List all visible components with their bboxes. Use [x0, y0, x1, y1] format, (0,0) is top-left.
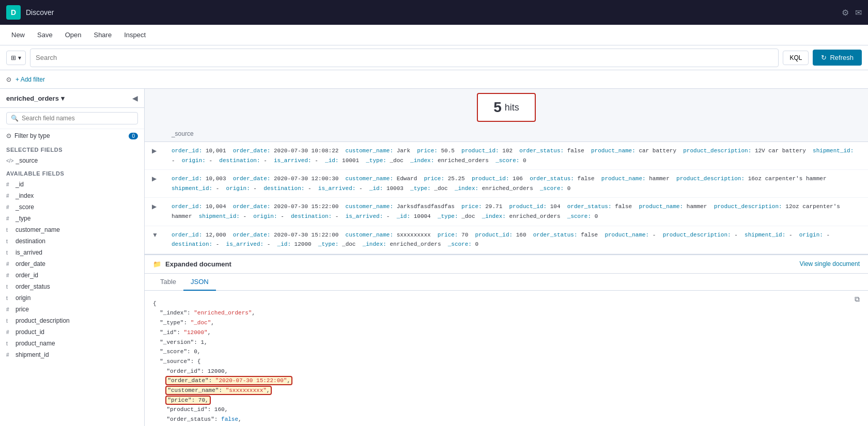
filter-type-badge: 0	[129, 133, 138, 139]
tab-table[interactable]: Table	[153, 274, 183, 291]
sidebar-header: enriched_orders ▾ ◀	[0, 89, 144, 108]
field-type-icon: t	[6, 227, 12, 233]
field-name: order_id	[16, 272, 38, 279]
field-type-icon: #	[6, 273, 12, 278]
copy-json-button[interactable]: ⧉	[855, 295, 860, 304]
field-name: price	[16, 306, 29, 313]
row-expand-button[interactable]: ▶	[151, 174, 158, 183]
search-input-wrap	[30, 49, 779, 67]
app-title: Discover	[26, 8, 54, 17]
field-name: order_date	[16, 260, 45, 267]
mail-icon[interactable]: ✉	[855, 8, 862, 18]
row-expand-button[interactable]: ▼	[151, 230, 159, 240]
nav-save[interactable]: Save	[32, 28, 58, 42]
field-name: customer_name	[16, 226, 60, 233]
main-layout: enriched_orders ▾ ◀ 🔍 ⊙ Filter by type 0…	[0, 89, 868, 426]
index-name[interactable]: enriched_orders ▾	[6, 94, 65, 102]
source-field-item[interactable]: </> _source	[0, 155, 144, 166]
field-type-icon: #	[6, 329, 12, 335]
field-item-order-status[interactable]: t order_status	[0, 281, 144, 292]
field-item-destination[interactable]: t destination	[0, 235, 144, 247]
refresh-icon: ↻	[821, 54, 827, 61]
table-row: ▶ order_id: 10,004 order_date: 2020-07-3…	[145, 198, 868, 226]
field-type-icon: #	[6, 352, 12, 358]
field-name: is_arrived	[16, 249, 42, 256]
field-name: order_status	[16, 283, 50, 290]
field-name: _score	[16, 203, 34, 211]
filter-icon: ⊙	[6, 76, 11, 83]
nav-new[interactable]: New	[6, 28, 30, 42]
nav-open[interactable]: Open	[60, 28, 87, 42]
field-item-order-id[interactable]: # order_id	[0, 270, 144, 281]
row-expand-button[interactable]: ▶	[151, 202, 158, 211]
results-area: _source ▶ order_id: 10,001 order_date: 2…	[145, 126, 868, 426]
field-item-product-id[interactable]: # product_id	[0, 326, 144, 338]
filter-by-type-row[interactable]: ⊙ Filter by type 0	[0, 129, 144, 143]
chevron-down-icon: ▾	[61, 94, 65, 102]
refresh-button[interactable]: ↻ Refresh	[813, 50, 862, 66]
field-item-order-date[interactable]: # order_date	[0, 258, 144, 270]
field-item-product-name[interactable]: t product_name	[0, 338, 144, 349]
hits-label: hits	[505, 102, 519, 113]
code-icon: </>	[6, 158, 13, 164]
field-name: origin	[16, 294, 30, 302]
field-item-customer-name[interactable]: t customer_name	[0, 224, 144, 235]
field-type-icon: t	[6, 250, 12, 256]
doc-tabs: Table JSON	[145, 274, 868, 291]
search-fields-wrap: 🔍	[0, 108, 144, 129]
field-type-icon: #	[6, 193, 12, 199]
field-name: _id	[16, 181, 24, 188]
nav-share[interactable]: Share	[88, 28, 117, 42]
field-item-product-desc[interactable]: t product_description	[0, 315, 144, 326]
collapse-sidebar-button[interactable]: ◀	[132, 94, 138, 102]
table-row: ▶ order_id: 10,001 order_date: 2020-07-3…	[145, 142, 868, 170]
field-item-index[interactable]: # _index	[0, 190, 144, 201]
field-type-icon: #	[6, 216, 12, 222]
hits-box: 5 hits	[477, 93, 536, 122]
table-row: ▼ order_id: 12,000 order_date: 2020-07-3…	[145, 226, 868, 254]
field-type-icon: #	[6, 204, 12, 210]
field-type-icon: t	[6, 239, 12, 244]
field-item-score[interactable]: # _score	[0, 201, 144, 213]
sidebar: enriched_orders ▾ ◀ 🔍 ⊙ Filter by type 0…	[0, 89, 145, 426]
source-field-name: _source	[16, 157, 38, 164]
filter-by-type-label: ⊙ Filter by type	[6, 132, 50, 139]
search-input[interactable]	[36, 54, 773, 61]
kql-button[interactable]: KQL	[783, 51, 809, 65]
search-icon: 🔍	[11, 115, 19, 122]
tab-json[interactable]: JSON	[183, 274, 216, 291]
nav-inspect[interactable]: Inspect	[119, 28, 151, 42]
hits-count: 5	[493, 99, 502, 116]
row-expand-button[interactable]: ▶	[151, 146, 158, 155]
search-fields-input[interactable]	[22, 115, 133, 122]
json-wrapper: { "_index": "enriched_orders", "_type": …	[145, 291, 868, 425]
field-item-origin[interactable]: t origin	[0, 292, 144, 304]
field-item-is-arrived[interactable]: t is_arrived	[0, 247, 144, 258]
field-item-id[interactable]: # _id	[0, 179, 144, 190]
field-type-icon: t	[6, 341, 12, 346]
search-type-button[interactable]: ⊞ ▾	[6, 51, 26, 65]
view-single-document-link[interactable]: View single document	[799, 260, 860, 267]
json-content: { "_index": "enriched_orders", "_type": …	[145, 291, 868, 425]
available-fields-title: Available fields	[0, 166, 144, 179]
field-name: destination	[16, 238, 45, 245]
results-table: _source ▶ order_id: 10,001 order_date: 2…	[145, 126, 868, 425]
expanded-doc-row: 📁 Expanded document View single document…	[145, 254, 868, 425]
field-type-icon: #	[6, 307, 12, 312]
field-item-type[interactable]: # _type	[0, 213, 144, 224]
app-icon: D	[6, 5, 21, 20]
row-source: order_id: 10,004 order_date: 2020-07-30 …	[172, 203, 840, 219]
folder-icon: 📁	[153, 260, 161, 268]
field-item-price[interactable]: # price	[0, 304, 144, 315]
field-name: shipment_id	[16, 351, 49, 358]
gear-icon[interactable]: ⚙	[842, 8, 849, 18]
field-name: product_id	[16, 328, 44, 336]
row-source: order_id: 12,000 order_date: 2020-07-30 …	[172, 232, 833, 248]
nav-bar: New Save Open Share Inspect	[0, 25, 868, 45]
row-source: order_id: 10,003 order_date: 2020-07-30 …	[172, 176, 830, 192]
field-name: product_name	[16, 340, 55, 347]
add-filter-button[interactable]: + Add filter	[16, 76, 45, 83]
field-item-shipment-id[interactable]: # shipment_id	[0, 349, 144, 360]
expanded-doc-header: 📁 Expanded document View single document	[145, 255, 868, 274]
row-source: order_id: 10,001 order_date: 2020-07-30 …	[172, 148, 854, 164]
